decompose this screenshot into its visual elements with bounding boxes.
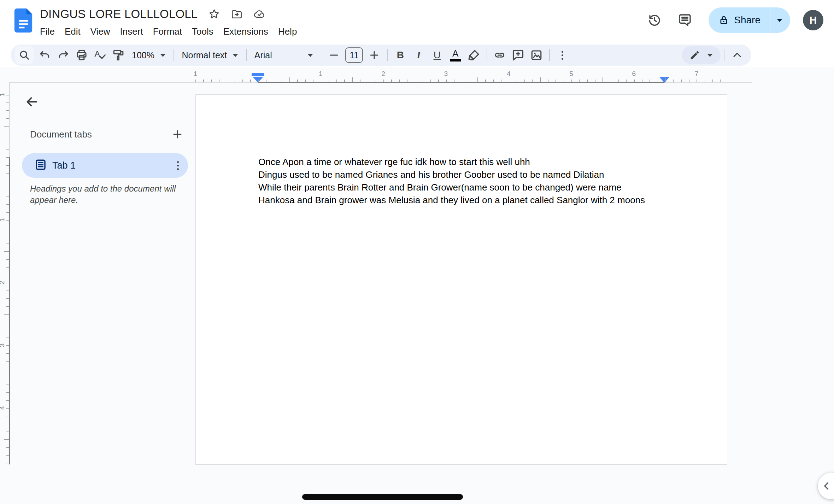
docs-logo-icon[interactable] (14, 8, 33, 33)
menu-item-help[interactable]: Help (273, 24, 302, 39)
add-comment-icon[interactable] (510, 47, 526, 63)
styles-select[interactable]: Normal text (177, 50, 242, 60)
toolbar-divider (246, 49, 247, 61)
headings-hint: Headings you add to the document will ap… (30, 183, 187, 206)
undo-icon[interactable] (37, 47, 53, 63)
share-label: Share (734, 14, 760, 26)
document-tabs-header: Document tabs (30, 125, 182, 143)
spellcheck-icon[interactable]: A (92, 47, 108, 63)
menu-item-extensions[interactable]: Extensions (218, 24, 273, 39)
document-title[interactable]: DINGUS LORE LOLLLOLOLL (40, 7, 198, 21)
zoom-select[interactable]: 100% (128, 50, 170, 60)
font-select[interactable]: Arial (250, 50, 317, 60)
svg-text:A: A (94, 49, 100, 59)
document-page[interactable]: Once Apon a time or whatever rge fuc idk… (195, 94, 727, 465)
search-icon[interactable] (15, 46, 34, 64)
app-header: DINGUS LORE LOLLLOLOLL FileEditViewInser… (0, 0, 834, 42)
toolbar-divider (321, 49, 322, 61)
comments-icon[interactable] (675, 11, 694, 30)
google-docs-app: DINGUS LORE LOLLLOLOLL FileEditViewInser… (0, 0, 834, 504)
doc-line[interactable]: Once Apon a time or whatever rge fuc idk… (258, 156, 682, 168)
font-size-input[interactable]: 11 (345, 47, 363, 63)
avatar[interactable]: H (803, 10, 823, 30)
toolbar: A 100% Normal text Arial 11 (0, 44, 834, 67)
menu-item-format[interactable]: Format (148, 24, 187, 39)
menu-item-view[interactable]: View (86, 24, 115, 39)
cloud-saved-icon[interactable] (253, 8, 265, 20)
star-icon[interactable] (208, 8, 220, 20)
paint-format-icon[interactable] (110, 47, 127, 63)
header-actions: Share H (645, 0, 823, 40)
menu-item-file[interactable]: File (35, 24, 60, 39)
chevron-down-icon (233, 54, 238, 57)
lock-icon (718, 15, 729, 25)
menu-bar: FileEditViewInsertFormatToolsExtensionsH… (35, 24, 302, 39)
toolbar-divider (724, 49, 725, 61)
toolbar-pill: A 100% Normal text Arial 11 (11, 45, 751, 66)
italic-button[interactable]: I (411, 47, 427, 63)
styles-value: Normal text (182, 50, 227, 60)
print-icon[interactable] (74, 47, 90, 63)
doc-line[interactable]: Hankosa and Brain grower was Melusia and… (258, 194, 682, 206)
menu-item-insert[interactable]: Insert (115, 24, 148, 39)
sidebar-tab-1[interactable]: Tab 1 (22, 153, 188, 178)
more-options-icon[interactable] (554, 47, 571, 63)
underline-button[interactable]: U (429, 47, 445, 63)
doc-line[interactable]: Dingus used to be named Grianes and his … (258, 168, 682, 181)
decrease-font-size-button[interactable] (326, 47, 342, 63)
toolbar-divider (387, 49, 388, 61)
toolbar-divider (549, 49, 550, 61)
doc-line[interactable]: While their parents Brain Rotter and Bra… (258, 181, 682, 194)
insert-link-icon[interactable] (492, 47, 508, 63)
increase-font-size-button[interactable] (366, 47, 382, 63)
menu-item-edit[interactable]: Edit (60, 24, 86, 39)
chevron-left-icon (821, 480, 833, 492)
doc-text: Once Apon a time or whatever rge fuc idk… (258, 156, 682, 206)
text-color-button[interactable]: A (447, 47, 464, 63)
highlight-color-icon[interactable] (466, 47, 482, 63)
menu-item-tools[interactable]: Tools (187, 24, 218, 39)
tab-options-icon[interactable] (177, 161, 179, 170)
toolbar-divider (487, 49, 487, 61)
version-history-icon[interactable] (645, 11, 664, 30)
bold-button[interactable]: B (392, 47, 409, 63)
share-dropdown[interactable] (770, 7, 790, 33)
chevron-down-icon (707, 54, 713, 57)
tab-document-icon (35, 159, 47, 172)
header-center: DINGUS LORE LOLLLOLOLL FileEditViewInser… (40, 5, 302, 39)
share-button[interactable]: Share (709, 7, 790, 33)
move-folder-icon[interactable] (231, 8, 243, 20)
pencil-icon (689, 50, 700, 60)
title-row: DINGUS LORE LOLLLOLOLL (40, 5, 302, 23)
editing-mode-button[interactable] (682, 46, 721, 64)
tabs-sidebar: Document tabs Tab 1 Headings you add to … (0, 67, 193, 456)
chevron-down-icon (160, 54, 166, 57)
add-tab-icon[interactable] (169, 125, 186, 143)
font-value: Arial (254, 50, 272, 60)
tab-label: Tab 1 (52, 160, 177, 171)
home-indicator-bar[interactable] (302, 494, 463, 500)
zoom-value: 100% (132, 50, 154, 60)
back-arrow-icon[interactable] (22, 92, 42, 112)
collapse-toolbar-icon[interactable] (729, 47, 745, 63)
share-main[interactable]: Share (709, 7, 770, 33)
redo-icon[interactable] (55, 47, 71, 63)
chevron-down-icon (307, 54, 313, 57)
toolbar-divider (174, 49, 174, 61)
document-tabs-title: Document tabs (30, 129, 92, 140)
insert-image-icon[interactable] (528, 47, 545, 63)
